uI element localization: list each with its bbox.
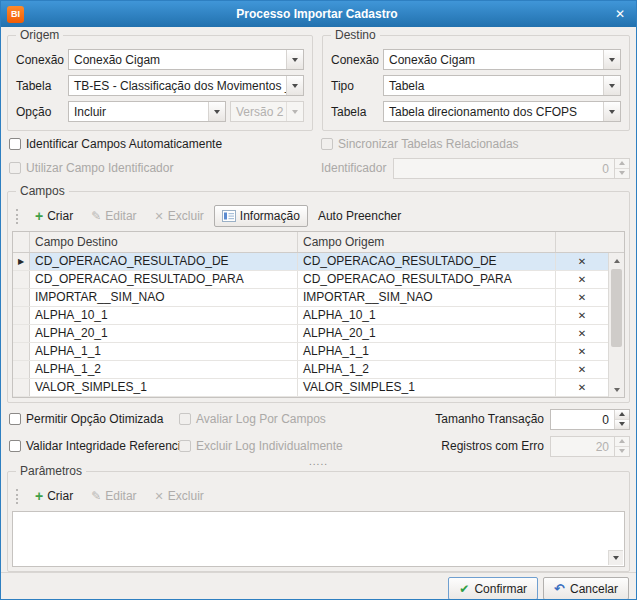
origem-opcao-combobox[interactable]: Incluir: [68, 101, 226, 122]
checkbox-label: Identificar Campos Automaticamente: [26, 137, 222, 151]
scrollbar-thumb[interactable]: [611, 269, 622, 347]
row-indicator: [13, 271, 30, 288]
cell-campo-destino[interactable]: CD_OPERACAO_RESULTADO_DE: [30, 253, 298, 270]
tamanho-transacao-spinner[interactable]: 0: [550, 409, 630, 430]
origem-tabela-combobox[interactable]: TB-ES - Classificação dos Movimentos _: [68, 75, 304, 96]
destino-tabela-combobox[interactable]: Tabela direcionamento dos CFOPS: [383, 101, 621, 122]
confirmar-button[interactable]: ✔ Confirmar: [448, 577, 538, 600]
delete-row-icon: ✕: [578, 347, 586, 357]
toolbar-drag-handle[interactable]: [16, 209, 20, 224]
chevron-down-icon[interactable]: [603, 50, 620, 69]
table-row[interactable]: ALPHA_20_1 ALPHA_20_1 ✕: [13, 325, 608, 343]
table-row[interactable]: ▶ CD_OPERACAO_RESULTADO_DE CD_OPERACAO_R…: [13, 253, 608, 271]
table-row[interactable]: ALPHA_1_2 ALPHA_1_2 ✕: [13, 361, 608, 379]
destino-conexao-value: Conexão Cigam: [384, 53, 603, 67]
tamanho-transacao-label: Tamanho Transação: [435, 412, 544, 426]
delete-row-button[interactable]: ✕: [556, 379, 608, 396]
table-row[interactable]: ALPHA_1_1 ALPHA_1_1 ✕: [13, 343, 608, 361]
scroll-down-icon[interactable]: [608, 550, 623, 565]
tamanho-transacao-value: 0: [551, 410, 614, 429]
checkbox-permitir-opcao[interactable]: Permitir Opção Otimizada: [9, 412, 179, 426]
cell-campo-destino[interactable]: ALPHA_10_1: [30, 307, 298, 324]
spin-up-icon[interactable]: [615, 410, 629, 420]
table-row[interactable]: VALOR_SIMPLES_1 VALOR_SIMPLES_1 ✕: [13, 379, 608, 397]
cell-campo-origem[interactable]: ALPHA_1_1: [298, 343, 556, 360]
confirmar-label: Confirmar: [474, 582, 527, 596]
header-campo-origem[interactable]: Campo Origem: [298, 232, 556, 252]
checkbox-label: Utilizar Campo Identificador: [26, 161, 173, 175]
cell-campo-origem[interactable]: CD_OPERACAO_RESULTADO_PARA: [298, 271, 556, 288]
delete-row-icon: ✕: [578, 275, 586, 285]
parametros-criar-label: Criar: [47, 489, 73, 503]
plus-icon: +: [35, 210, 43, 222]
destino-conexao-row: Conexão Conexão Cigam: [331, 49, 621, 70]
informacao-button[interactable]: Informação: [214, 205, 308, 227]
delete-icon: ✕: [155, 490, 164, 502]
auto-preencher-button[interactable]: Auto Preencher: [310, 205, 409, 227]
table-row[interactable]: IMPORTAR__SIM_NAO IMPORTAR__SIM_NAO ✕: [13, 289, 608, 307]
cell-campo-origem[interactable]: ALPHA_20_1: [298, 325, 556, 342]
delete-row-button[interactable]: ✕: [556, 307, 608, 324]
chevron-down-icon[interactable]: [286, 76, 303, 95]
destino-tipo-label: Tipo: [331, 79, 383, 93]
delete-row-button[interactable]: ✕: [556, 361, 608, 378]
spin-down-icon[interactable]: [615, 420, 629, 429]
chevron-down-icon[interactable]: [603, 76, 620, 95]
cell-campo-origem[interactable]: CD_OPERACAO_RESULTADO_DE: [298, 253, 556, 270]
row-indicator: [13, 289, 30, 306]
cell-campo-destino[interactable]: ALPHA_20_1: [30, 325, 298, 342]
cell-campo-destino[interactable]: VALOR_SIMPLES_1: [30, 379, 298, 396]
group-parametros: Parâmetros + Criar ✎ Editar ✕ Excluir: [7, 471, 630, 572]
cell-campo-destino[interactable]: CD_OPERACAO_RESULTADO_PARA: [30, 271, 298, 288]
destino-conexao-combobox[interactable]: Conexão Cigam: [383, 49, 621, 70]
parametros-list[interactable]: [12, 511, 625, 567]
checkbox-validar-integridade[interactable]: Validar Integridade Referencial: [9, 439, 179, 453]
delete-row-button[interactable]: ✕: [556, 289, 608, 306]
toolbar-drag-handle[interactable]: [16, 489, 20, 504]
destino-tipo-value: Tabela: [384, 79, 603, 93]
grid-vertical-scrollbar[interactable]: [608, 253, 624, 397]
destino-conexao-label: Conexão: [331, 53, 383, 67]
spin-up-icon: [615, 159, 629, 169]
delete-row-button[interactable]: ✕: [556, 343, 608, 360]
group-origem-caption: Origem: [16, 28, 63, 42]
cancelar-button[interactable]: ↶ Cancelar: [543, 577, 629, 600]
spin-down-icon: [615, 169, 629, 178]
cell-campo-destino[interactable]: ALPHA_1_2: [30, 361, 298, 378]
chevron-down-icon[interactable]: [603, 102, 620, 121]
scroll-up-icon[interactable]: [609, 253, 624, 268]
parametros-criar-button[interactable]: + Criar: [27, 485, 81, 507]
close-icon[interactable]: ✕: [610, 7, 630, 21]
header-scrollbar-cell: [608, 232, 624, 252]
origem-opcao-row: Opção Incluir Versão 2: [16, 101, 304, 122]
delete-row-button[interactable]: ✕: [556, 325, 608, 342]
criar-button[interactable]: + Criar: [27, 205, 81, 227]
cell-campo-origem[interactable]: VALOR_SIMPLES_1: [298, 379, 556, 396]
cell-campo-destino[interactable]: ALPHA_1_1: [30, 343, 298, 360]
cell-campo-origem[interactable]: IMPORTAR__SIM_NAO: [298, 289, 556, 306]
checkrow-2: Utilizar Campo Identificador Identificad…: [7, 157, 630, 179]
registros-erro-spinner: 20: [550, 436, 630, 457]
cell-campo-origem[interactable]: ALPHA_1_2: [298, 361, 556, 378]
scroll-down-icon[interactable]: [609, 382, 624, 397]
checkbox-identificar-campos[interactable]: Identificar Campos Automaticamente: [9, 137, 321, 151]
checkbox-excluir-log: Excluir Log Individualmente: [179, 439, 343, 453]
table-row[interactable]: ALPHA_10_1 ALPHA_10_1 ✕: [13, 307, 608, 325]
destino-tipo-combobox[interactable]: Tabela: [383, 75, 621, 96]
spin-down-icon: [615, 447, 629, 456]
source-target-section: Origem Conexão Conexão Cigam Tabela TB-E…: [7, 35, 630, 131]
splitter-handle[interactable]: .....: [7, 457, 630, 467]
titlebar[interactable]: BI Processo Importar Cadastro ✕: [1, 1, 636, 27]
chevron-down-icon[interactable]: [286, 50, 303, 69]
scrollbar-track[interactable]: [609, 348, 624, 382]
header-campo-destino[interactable]: Campo Destino: [30, 232, 298, 252]
delete-row-button[interactable]: ✕: [556, 253, 608, 270]
table-row[interactable]: CD_OPERACAO_RESULTADO_PARA CD_OPERACAO_R…: [13, 271, 608, 289]
cell-campo-origem[interactable]: ALPHA_10_1: [298, 307, 556, 324]
chevron-down-icon[interactable]: [208, 102, 225, 121]
delete-row-button[interactable]: ✕: [556, 271, 608, 288]
registros-erro-value: 20: [551, 437, 614, 456]
cell-campo-destino[interactable]: IMPORTAR__SIM_NAO: [30, 289, 298, 306]
origem-conexao-combobox[interactable]: Conexão Cigam: [68, 49, 304, 70]
identificador-value: 0: [394, 159, 614, 178]
